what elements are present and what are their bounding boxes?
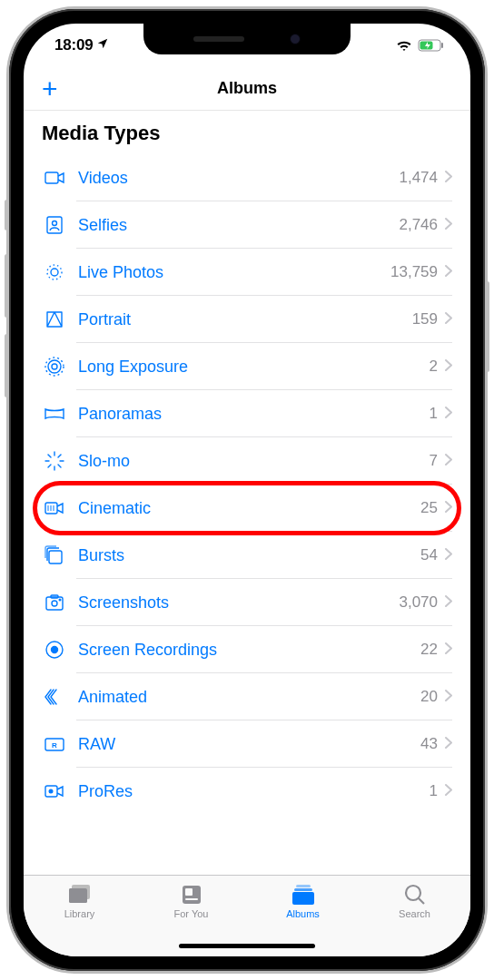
tab-label: Albums [286,908,320,919]
svg-rect-3 [45,172,58,183]
row-count: 43 [420,735,438,753]
nav-title: Albums [217,79,277,98]
row-label: Screenshots [78,593,399,612]
row-label: Videos [78,169,399,188]
nav-bar: + Albums [24,67,470,111]
row-count: 25 [420,499,438,517]
chevron-right-icon [445,783,452,799]
svg-line-15 [48,455,51,457]
bursts-icon [42,543,67,568]
long-exposure-icon [42,354,67,379]
chevron-right-icon [445,311,452,328]
portrait-icon [42,307,67,332]
chevron-right-icon [445,264,452,280]
row-label: Cinematic [78,499,420,518]
row-count: 159 [412,310,438,328]
row-label: Bursts [78,546,420,565]
tab-search[interactable]: Search [359,883,470,956]
row-screen-recordings[interactable]: Screen Recordings22 [24,626,470,673]
row-cinematic[interactable]: Cinematic25 [24,485,470,532]
chevron-right-icon [445,217,452,233]
row-label: RAW [78,735,420,754]
svg-point-7 [47,265,62,279]
row-count: 1 [430,782,438,800]
svg-line-18 [58,455,61,457]
row-selfies[interactable]: Selfies2,746 [24,201,470,249]
chevron-right-icon [445,736,452,752]
panoramas-icon [42,401,67,426]
chevron-right-icon [445,642,452,658]
live-photos-icon [42,260,67,285]
row-label: Slo-mo [78,452,430,471]
screenshots-icon [42,590,67,615]
row-videos[interactable]: Videos1,474 [24,154,470,201]
svg-point-9 [48,360,61,373]
row-screenshots[interactable]: Screenshots3,070 [24,579,470,626]
row-portrait[interactable]: Portrait159 [24,296,470,343]
row-label: Screen Recordings [78,641,420,660]
screen: 18:09 + [24,24,470,956]
screen-recordings-icon [42,637,67,662]
row-raw[interactable]: RRAW43 [24,720,470,768]
row-animated[interactable]: Animated20 [24,673,470,720]
row-label: ProRes [78,782,430,801]
row-count: 54 [420,546,438,564]
svg-text:R: R [52,741,57,750]
svg-rect-38 [294,888,312,891]
svg-point-24 [59,599,61,601]
svg-point-30 [49,789,54,794]
videos-icon [42,165,67,191]
row-count: 20 [420,688,438,706]
row-count: 22 [420,641,438,659]
chevron-right-icon [445,689,452,705]
row-count: 7 [430,452,438,470]
tab-label: For You [174,908,209,919]
svg-point-40 [406,886,420,900]
row-slo-mo[interactable]: Slo-mo7 [24,437,470,485]
cinematic-icon [42,495,67,521]
chevron-right-icon [445,453,452,469]
add-button[interactable]: + [42,75,58,103]
slo-mo-icon [42,448,67,474]
tab-library[interactable]: Library [24,883,135,956]
battery-icon [418,39,445,52]
row-label: Portrait [78,310,412,329]
svg-rect-35 [185,888,193,896]
chevron-right-icon [445,358,452,375]
row-count: 13,759 [390,263,438,281]
svg-rect-37 [296,885,311,887]
row-prores[interactable]: ProRes1 [24,768,470,815]
svg-rect-39 [292,892,314,905]
status-time: 18:09 [54,36,93,54]
home-indicator[interactable] [179,944,315,948]
svg-rect-33 [69,888,87,903]
svg-point-8 [52,364,57,369]
svg-point-5 [53,221,57,226]
chevron-right-icon [445,594,452,611]
prores-icon [42,779,67,804]
chevron-right-icon [445,500,452,516]
animated-icon [42,684,67,710]
selfies-icon [42,212,67,238]
row-panoramas[interactable]: Panoramas1 [24,390,470,437]
location-icon [96,36,109,54]
svg-line-41 [419,898,424,904]
notch [143,24,351,54]
svg-point-22 [52,601,57,606]
svg-point-26 [52,647,58,653]
row-live-photos[interactable]: Live Photos13,759 [24,249,470,296]
row-count: 2 [430,358,438,376]
row-label: Panoramas [78,405,430,424]
chevron-right-icon [445,406,452,422]
row-label: Long Exposure [78,358,430,377]
chevron-right-icon [445,547,452,564]
tab-label: Library [64,908,95,919]
row-count: 1,474 [399,169,438,187]
svg-line-17 [48,465,51,467]
row-bursts[interactable]: Bursts54 [24,532,470,579]
svg-rect-36 [185,898,198,900]
wifi-icon [396,39,412,52]
row-long-exposure[interactable]: Long Exposure2 [24,343,470,390]
svg-rect-1 [441,43,443,48]
raw-icon: R [42,731,67,757]
